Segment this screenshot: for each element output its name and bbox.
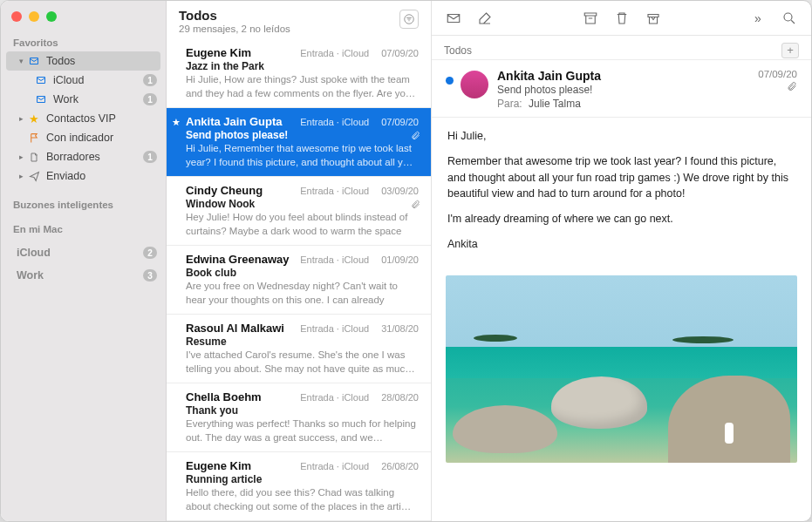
sidebar-item-label: Work [53, 93, 143, 105]
sidebar-item-work-inbox[interactable]: Work 1 [1, 90, 166, 109]
message-row[interactable]: Eugene KimEntrada · iCloud07/09/20Jazz i… [167, 39, 431, 108]
sidebar-item-drafts[interactable]: ▸ Borradores 1 [1, 147, 166, 166]
message-preview: Hi Julie, How are things? Just spoke wit… [186, 73, 419, 100]
message-from: Eugene Kim [186, 459, 251, 472]
attachment-icon[interactable] [758, 81, 797, 93]
message-source: Entrada · iCloud [256, 48, 369, 58]
message-source: Entrada · iCloud [295, 254, 370, 265]
mailbox-subtitle: 29 mensajes, 2 no leídos [179, 24, 290, 34]
message-row[interactable]: Cindy CheungEntrada · iCloud03/09/20Wind… [167, 177, 431, 246]
minimize-window-button[interactable] [29, 11, 39, 22]
message-date: 03/09/20 [381, 186, 419, 196]
reader-to-line: Para: Julie Talma [497, 98, 749, 110]
window-controls [1, 1, 67, 32]
sidebar-item-all-inboxes[interactable]: ▾ Todos [6, 51, 160, 71]
message-date: 07/09/20 [381, 117, 419, 127]
sidebar-item-label: Contactos VIP [46, 112, 157, 125]
message-from: Eugene Kim [186, 46, 251, 59]
archive-icon [583, 10, 598, 26]
sidebar-section-smart: Buzones inteligentes [1, 194, 166, 214]
message-row[interactable]: ★Ankita Jain GuptaEntrada · iCloud07/09/… [167, 108, 431, 177]
body-paragraph: Remember that awesome trip we took last … [447, 153, 795, 202]
sidebar-item-vip[interactable]: ▸ ★ Contactos VIP [1, 109, 166, 128]
message-subject: Jazz in the Park [186, 60, 419, 72]
sidebar: Favoritos ▾ Todos iCloud 1 Work 1 ▸ ★ Co… [1, 1, 167, 521]
sidebar-item-label: Todos [46, 55, 152, 67]
message-row[interactable]: Eugene KimEntrada · iCloud26/08/20Runnin… [167, 452, 431, 521]
message-subject: Book club [186, 267, 419, 279]
flag-icon [27, 132, 41, 144]
reader-date: 07/09/20 [758, 69, 797, 79]
filter-button[interactable] [399, 10, 419, 29]
toolbar: » [432, 1, 811, 36]
unread-dot-icon [446, 77, 454, 85]
message-row[interactable]: Edwina GreenawayEntrada · iCloud01/09/20… [167, 246, 431, 315]
message-row[interactable]: Rasoul Al MalkawiEntrada · iCloud31/08/2… [167, 315, 431, 383]
message-subject: Window Nook [186, 198, 419, 210]
message-date: 28/08/20 [381, 392, 419, 403]
reader-subject: Send photos please! [497, 84, 749, 96]
message-from: Edwina Greenaway [186, 253, 290, 266]
search-button[interactable] [776, 8, 802, 29]
message-preview: Hello there, did you see this? Chad was … [186, 486, 419, 513]
sidebar-item-icloud-inbox[interactable]: iCloud 1 [1, 71, 166, 90]
message-subject: Thank you [186, 404, 419, 417]
unread-count-badge: 1 [143, 93, 157, 105]
mail-window: Favoritos ▾ Todos iCloud 1 Work 1 ▸ ★ Co… [0, 0, 812, 522]
sidebar-item-label: Work [17, 269, 143, 281]
inbox-icon [34, 74, 48, 86]
message-subject: Running article [186, 473, 419, 485]
message-source: Entrada · iCloud [268, 186, 369, 196]
zoom-window-button[interactable] [46, 11, 57, 22]
junk-icon [645, 10, 661, 26]
message-source: Entrada · iCloud [267, 392, 369, 403]
plus-icon: + [787, 44, 794, 57]
reader-mailbox-label: Todos [444, 44, 472, 57]
sidebar-account-work[interactable]: Work 3 [1, 266, 166, 285]
junk-button[interactable] [640, 8, 666, 29]
reader-to-label: Para: [497, 98, 522, 110]
message-date: 01/09/20 [381, 254, 419, 265]
sidebar-section-favorites: Favoritos [1, 32, 166, 51]
close-window-button[interactable] [11, 11, 22, 22]
add-mailbox-button[interactable]: + [781, 43, 799, 58]
chevron-right-icon[interactable]: ▸ [17, 153, 25, 161]
avatar[interactable] [461, 71, 488, 98]
reader-body[interactable]: Hi Julie, Remember that awesome trip we … [432, 118, 811, 272]
sidebar-item-label: Enviado [46, 170, 157, 182]
message-source: Entrada · iCloud [256, 461, 369, 471]
reply-button[interactable] [440, 8, 467, 29]
sidebar-item-flagged[interactable]: Con indicador [1, 128, 166, 147]
sidebar-item-sent[interactable]: ▸ Enviado [1, 166, 166, 186]
body-paragraph: I'm already dreaming of where we can go … [447, 211, 795, 227]
message-subject: Send photos please! [186, 129, 419, 141]
delete-button[interactable] [609, 8, 635, 29]
sidebar-account-icloud[interactable]: iCloud 2 [1, 243, 166, 262]
attachment-icon [411, 131, 420, 142]
star-icon: ★ [172, 117, 181, 128]
reader-to-value[interactable]: Julie Talma [529, 98, 581, 110]
chevron-right-icon[interactable]: ▸ [17, 172, 25, 180]
mailbox-title: Todos [179, 8, 290, 23]
unread-count-badge: 3 [143, 269, 157, 281]
chevron-down-icon[interactable]: ▾ [17, 57, 25, 65]
message-from: Cindy Cheung [186, 184, 263, 197]
message-from: Chella Boehm [186, 390, 262, 403]
message-source: Entrada · iCloud [288, 117, 370, 127]
compose-button[interactable] [472, 8, 498, 29]
message-row[interactable]: Chella BoehmEntrada · iCloud28/08/20Than… [167, 383, 431, 452]
reader-from[interactable]: Ankita Jain Gupta [497, 69, 749, 83]
attachment-icon [411, 200, 420, 211]
message-preview: Everything was perfect! Thanks so much f… [186, 417, 419, 444]
unread-count-badge: 1 [143, 151, 157, 163]
reading-pane-column: » Todos + Ankita Jain Gupta Send photos … [432, 1, 811, 521]
more-button[interactable]: » [745, 8, 771, 29]
attachment-image[interactable] [446, 275, 797, 463]
message-list[interactable]: Eugene KimEntrada · iCloud07/09/20Jazz i… [167, 39, 431, 521]
message-date: 26/08/20 [381, 461, 419, 471]
body-paragraph: Ankita [447, 236, 795, 253]
message-date: 07/09/20 [381, 48, 419, 58]
archive-button[interactable] [577, 8, 604, 29]
reader-mailbox-bar: Todos + [432, 36, 811, 60]
chevron-right-icon[interactable]: ▸ [17, 114, 25, 123]
